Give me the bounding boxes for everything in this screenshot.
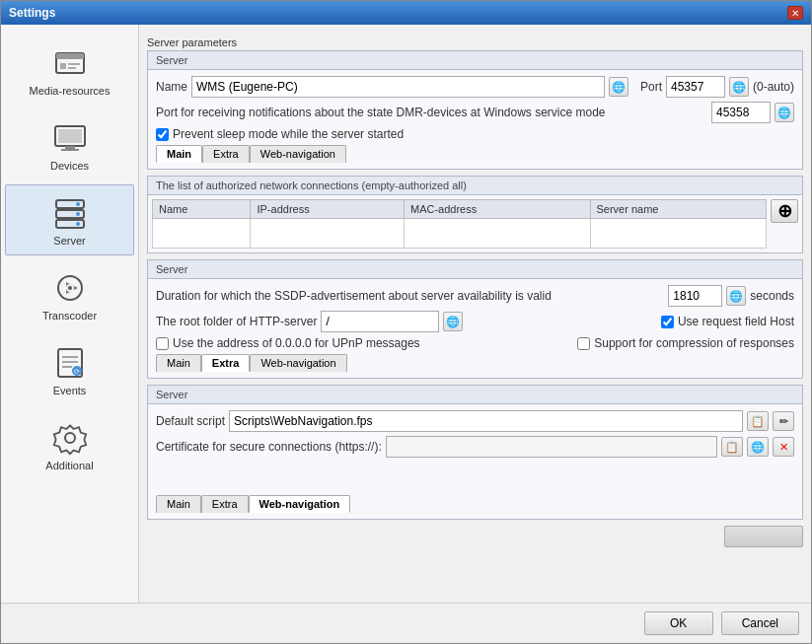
- window-title: Settings: [9, 6, 55, 20]
- auth-empty-row: [153, 219, 767, 249]
- server-group-1-title: Server: [148, 51, 802, 70]
- default-script-row: Default script 📋 ✏: [156, 410, 794, 432]
- ssdp-input[interactable]: [668, 285, 722, 307]
- script-edit-btn[interactable]: ✏: [773, 411, 794, 431]
- server-group-2-content: Duration for which the SSDP-advertisemen…: [148, 279, 802, 378]
- default-script-input[interactable]: [229, 410, 743, 432]
- transcoder-icon: [50, 268, 90, 308]
- server-label: Server: [53, 235, 85, 247]
- server-group-3: Server Default script 📋 ✏ Certificate fo…: [147, 385, 803, 520]
- server-group-1-tabs: Main Extra Web-navigation: [156, 145, 794, 163]
- devices-icon: [50, 118, 90, 158]
- additional-icon: [50, 418, 90, 458]
- tab-extra-1[interactable]: Extra: [202, 145, 250, 163]
- tab-main-3[interactable]: Main: [156, 495, 201, 513]
- ssdp-unit: seconds: [750, 289, 794, 303]
- name-label: Name: [156, 80, 187, 94]
- name-globe-btn[interactable]: 🌐: [609, 77, 628, 97]
- server-group-1-content: Name 🌐 Port 🌐 (0-auto) Port for receivin…: [148, 70, 802, 169]
- col-server: Server name: [590, 200, 767, 219]
- server-icon: [50, 193, 90, 233]
- name-port-row: Name 🌐 Port 🌐 (0-auto): [156, 76, 794, 98]
- root-folder-btn[interactable]: 🌐: [443, 312, 463, 331]
- name-input[interactable]: [191, 76, 605, 98]
- certificate-row: Certificate for secure connections (http…: [156, 436, 794, 458]
- script-copy-btn[interactable]: 📋: [747, 411, 769, 431]
- scroll-area: [147, 526, 803, 547]
- cert-globe-btn[interactable]: 🌐: [747, 437, 769, 457]
- col-ip: IP-address: [251, 200, 405, 219]
- tab-webnavigation-1[interactable]: Web-navigation: [250, 145, 346, 163]
- settings-window: Settings ✕ Media-resources: [0, 0, 812, 644]
- sidebar-item-events[interactable]: ⟳ Events: [5, 334, 134, 405]
- col-name: Name: [153, 200, 251, 219]
- sidebar: Media-resources Devices: [1, 25, 139, 603]
- col-mac: MAC-address: [404, 200, 590, 219]
- notifications-port-input[interactable]: [711, 102, 771, 123]
- svg-point-14: [76, 222, 80, 226]
- notifications-label: Port for receiving notifications about t…: [156, 106, 707, 119]
- svg-rect-6: [58, 129, 82, 143]
- notifications-globe-btn[interactable]: 🌐: [775, 103, 794, 122]
- ok-button[interactable]: OK: [644, 611, 713, 635]
- root-folder-input[interactable]: [321, 311, 439, 332]
- tab-webnavigation-3[interactable]: Web-navigation: [249, 495, 351, 513]
- root-folder-row: The root folder of HTTP-server 🌐 Use req…: [156, 311, 794, 332]
- tab-extra-3[interactable]: Extra: [201, 495, 249, 513]
- server-group-1: Server Name 🌐 Port 🌐 (0-auto) Port f: [147, 50, 803, 170]
- svg-point-13: [76, 212, 80, 216]
- tab-main-1[interactable]: Main: [156, 145, 202, 163]
- certificate-input[interactable]: [386, 436, 717, 458]
- auto-label: (0-auto): [753, 80, 794, 94]
- prevent-sleep-checkbox[interactable]: [156, 128, 169, 141]
- prevent-sleep-label: Prevent sleep mode while the server star…: [173, 127, 404, 141]
- tab-main-2[interactable]: Main: [156, 354, 201, 372]
- svg-point-17: [68, 286, 72, 290]
- server-group-2: Server Duration for which the SSDP-adver…: [147, 259, 803, 379]
- sidebar-item-server[interactable]: Server: [5, 184, 134, 255]
- root-folder-label: The root folder of HTTP-server: [156, 315, 317, 328]
- title-bar: Settings ✕: [1, 1, 811, 25]
- svg-text:⟳: ⟳: [74, 368, 80, 375]
- svg-rect-3: [68, 63, 80, 65]
- upnp-row: Use the address of 0.0.0.0 for UPnP mess…: [156, 336, 573, 350]
- cert-copy-btn[interactable]: 📋: [721, 437, 743, 457]
- authorized-section: The list of authorized network connectio…: [147, 176, 803, 253]
- prevent-sleep-row: Prevent sleep mode while the server star…: [156, 127, 794, 141]
- transcoder-label: Transcoder: [42, 310, 97, 322]
- close-button[interactable]: ✕: [787, 6, 803, 20]
- server-params-header: Server parameters: [147, 33, 803, 50]
- main-panel: Server parameters Server Name 🌐 Port 🌐 (…: [139, 25, 811, 603]
- tab-webnavigation-2[interactable]: Web-navigation: [250, 354, 346, 372]
- upnp-compression-row: Use the address of 0.0.0.0 for UPnP mess…: [156, 336, 794, 350]
- sidebar-item-transcoder[interactable]: Transcoder: [5, 259, 134, 330]
- authorized-table-area: Name IP-address MAC-address Server name: [148, 195, 802, 252]
- server-group-3-title: Server: [148, 386, 802, 404]
- upnp-label: Use the address of 0.0.0.0 for UPnP mess…: [173, 336, 420, 350]
- authorized-table: Name IP-address MAC-address Server name: [152, 199, 767, 249]
- port-input[interactable]: [666, 76, 725, 98]
- tab-extra-2[interactable]: Extra: [201, 354, 251, 372]
- svg-rect-2: [60, 63, 66, 69]
- cancel-button[interactable]: Cancel: [721, 611, 799, 635]
- server-group-3-tabs: Main Extra Web-navigation: [156, 495, 794, 513]
- compression-checkbox[interactable]: [577, 337, 590, 350]
- ssdp-globe-btn[interactable]: 🌐: [726, 286, 746, 306]
- upnp-checkbox[interactable]: [156, 337, 169, 350]
- cert-clear-btn[interactable]: ✕: [773, 437, 794, 457]
- scroll-placeholder[interactable]: [724, 526, 803, 547]
- sidebar-item-additional[interactable]: Additional: [5, 409, 134, 480]
- authorized-title: The list of authorized network connectio…: [148, 177, 802, 195]
- table-buttons: ⊕: [767, 199, 798, 249]
- use-request-checkbox[interactable]: [661, 316, 674, 328]
- svg-rect-7: [65, 146, 75, 149]
- sidebar-item-devices[interactable]: Devices: [5, 109, 134, 180]
- server-group-3-content: Default script 📋 ✏ Certificate for secur…: [148, 404, 802, 519]
- svg-rect-8: [61, 149, 79, 151]
- add-connection-btn[interactable]: ⊕: [771, 199, 798, 223]
- sidebar-item-media-resources[interactable]: Media-resources: [5, 35, 134, 106]
- server-group-2-title: Server: [148, 260, 802, 279]
- svg-point-24: [65, 433, 75, 443]
- port-globe-btn[interactable]: 🌐: [729, 77, 749, 97]
- server-group-2-tabs: Main Extra Web-navigation: [156, 354, 794, 372]
